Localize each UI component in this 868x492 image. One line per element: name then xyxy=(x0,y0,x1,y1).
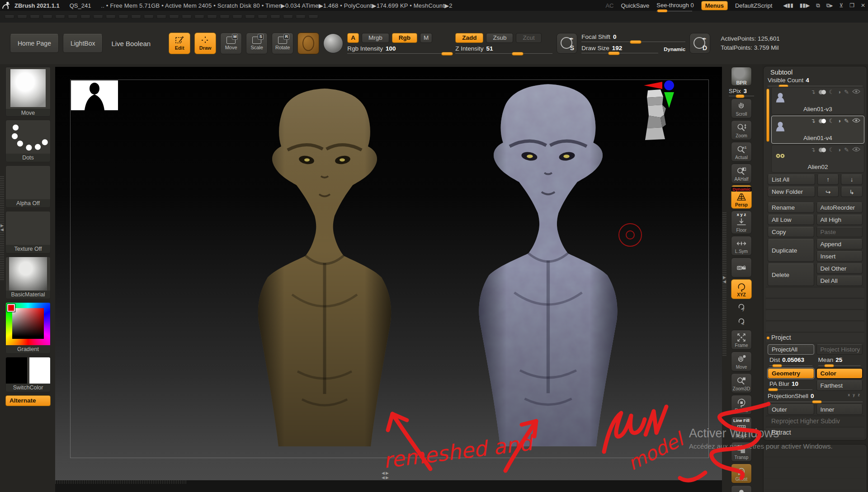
ghost-toggle-icon[interactable]: ☾ xyxy=(829,146,835,153)
alien-bust-right[interactable] xyxy=(459,78,637,457)
move-button[interactable]: M Move xyxy=(220,33,242,54)
rail-button[interactable] xyxy=(731,301,752,314)
visibility-eye-icon[interactable] xyxy=(852,89,860,95)
zcut-toggle[interactable]: Zcut xyxy=(516,33,541,43)
m-toggle[interactable]: M xyxy=(420,33,432,43)
alien-bust-left[interactable] xyxy=(239,82,410,457)
menu-item[interactable] xyxy=(232,15,242,19)
rail-button[interactable]: Frame xyxy=(731,330,752,350)
polypaint-icon[interactable] xyxy=(819,90,826,94)
menu-item[interactable] xyxy=(182,15,192,19)
zadd-toggle[interactable]: Zadd xyxy=(455,33,483,43)
menus-button[interactable]: Menus xyxy=(701,1,728,10)
paste-button[interactable]: Paste xyxy=(816,227,863,237)
difference-icon[interactable]: ◑ xyxy=(837,146,841,153)
append-button[interactable]: Append xyxy=(816,239,863,249)
rgb-intensity-slider[interactable]: Rgb Intensity100 xyxy=(347,45,451,54)
rail-button[interactable]: Solo xyxy=(731,485,752,492)
left-divider-arrows[interactable]: ▶◀ xyxy=(0,224,4,232)
flip-icon[interactable]: ↴ xyxy=(811,117,816,124)
scale-button[interactable]: S Scale xyxy=(246,33,268,54)
list-all-button[interactable]: List All xyxy=(768,174,815,185)
close-icon[interactable]: ✕ xyxy=(861,2,865,9)
layout-panes-icon[interactable]: ⧉ xyxy=(816,2,820,9)
rail-button[interactable]: Actual xyxy=(731,142,752,162)
project-section-header[interactable]: Project xyxy=(766,332,864,342)
see-through-slider[interactable]: See-through 0 xyxy=(656,2,693,11)
z-intensity-handle[interactable] xyxy=(512,52,524,56)
menu-item[interactable] xyxy=(106,15,116,19)
menu-item[interactable] xyxy=(131,15,141,19)
menu-item[interactable] xyxy=(118,15,128,19)
move-up-button[interactable]: ↑ xyxy=(817,174,839,185)
restore-icon[interactable]: ❐ xyxy=(849,2,854,9)
rail-button[interactable]: Zoom3D xyxy=(731,373,752,393)
z-intensity-slider[interactable]: Z Intensity51 xyxy=(455,45,552,54)
all-low-button[interactable]: All Low xyxy=(768,215,814,225)
visible-count-slider[interactable]: Visible Count4 xyxy=(766,77,864,87)
difference-icon[interactable]: ◑ xyxy=(837,117,841,124)
rail-button[interactable]: Move xyxy=(731,351,752,371)
new-folder-button[interactable]: New Folder xyxy=(768,187,815,197)
autoreorder-button[interactable]: AutoReorder xyxy=(816,202,863,213)
shelf-item[interactable]: Move xyxy=(5,67,51,117)
default-zscript-button[interactable]: DefaultZScript xyxy=(735,2,772,9)
current-material-button[interactable] xyxy=(297,33,319,54)
rail-button[interactable]: Line Fill PolyF xyxy=(731,417,752,440)
rotate-button[interactable]: R Rotate xyxy=(272,33,293,54)
palette-section-header[interactable] xyxy=(764,479,866,490)
right-divider-strip[interactable] xyxy=(722,212,726,357)
edit-button[interactable]: Edit xyxy=(169,33,190,54)
menu-item[interactable] xyxy=(220,15,230,19)
minimize-icon[interactable]: ⊻ xyxy=(839,2,843,9)
project-geometry-toggle[interactable]: Geometry xyxy=(768,368,814,379)
shelf-item[interactable]: BasicMaterial xyxy=(5,257,51,299)
menu-item[interactable] xyxy=(5,15,14,19)
delete-button[interactable]: Delete xyxy=(768,263,814,286)
canvas-scroll-arrows[interactable]: ◀▶◀▶ xyxy=(382,471,390,480)
bpr-button[interactable]: BPR xyxy=(731,67,752,86)
zsub-toggle[interactable]: Zsub xyxy=(486,33,513,43)
rgb-intensity-handle[interactable] xyxy=(441,52,453,56)
material-sphere-button[interactable] xyxy=(323,33,343,53)
shelf-item[interactable]: Gradient xyxy=(5,302,51,354)
palette-section-header[interactable] xyxy=(764,457,866,468)
menu-item[interactable] xyxy=(169,15,179,19)
dynamic-draw-button[interactable]: ✒D xyxy=(689,33,710,54)
spix-slider[interactable]: SPix3 xyxy=(729,88,754,97)
paint-icon[interactable]: ✎ xyxy=(844,89,849,95)
subtool-item[interactable]: ↴ ☾ ◑ ✎ Alien02 xyxy=(771,145,864,173)
shelf-item[interactable]: Dots xyxy=(5,120,51,162)
projection-shell-slider[interactable]: ProjectionShell0 x y z xyxy=(766,393,864,403)
subtool-section-header[interactable] xyxy=(766,287,864,297)
subtool-section-header[interactable] xyxy=(766,298,864,309)
visibility-eye-icon[interactable] xyxy=(852,146,860,153)
dist-slider[interactable]: Dist0.05063 xyxy=(768,356,814,366)
layout-panes2-icon[interactable]: ⧉▸ xyxy=(826,2,833,9)
paint-icon[interactable]: ✎ xyxy=(844,117,849,124)
rail-button[interactable]: Zoom xyxy=(731,120,752,140)
pa-blur-handle[interactable] xyxy=(768,388,778,391)
move-down-button[interactable]: ↓ xyxy=(841,174,863,185)
a-toggle[interactable]: A xyxy=(347,33,359,43)
farthest-button[interactable]: Farthest xyxy=(816,380,863,391)
menu-item[interactable] xyxy=(283,15,293,19)
rail-button[interactable]: Dynamic Persp xyxy=(731,185,752,209)
reproject-button[interactable]: Reproject Higher Subdiv xyxy=(766,416,864,426)
see-through-handle[interactable] xyxy=(657,9,667,12)
menu-item[interactable] xyxy=(93,15,103,19)
menu-item[interactable] xyxy=(258,15,268,19)
rail-button[interactable]: XYZ xyxy=(731,279,752,299)
mrgb-toggle[interactable]: Mrgb xyxy=(362,33,389,43)
sculpt-canvas[interactable]: ◀▶◀▶ xyxy=(55,67,722,492)
rail-button[interactable]: x y z Floor xyxy=(731,211,752,234)
menu-item[interactable] xyxy=(245,15,255,19)
ghost-toggle-icon[interactable]: ☾ xyxy=(829,117,835,124)
menu-item[interactable] xyxy=(194,15,204,19)
rail-button[interactable]: AAHalf xyxy=(731,164,752,183)
menu-item[interactable] xyxy=(156,15,166,19)
spix-handle[interactable] xyxy=(736,94,745,98)
shelf-item[interactable]: SwitchColor xyxy=(5,357,51,392)
all-high-button[interactable]: All High xyxy=(816,215,863,225)
visibility-eye-icon[interactable] xyxy=(852,117,860,124)
